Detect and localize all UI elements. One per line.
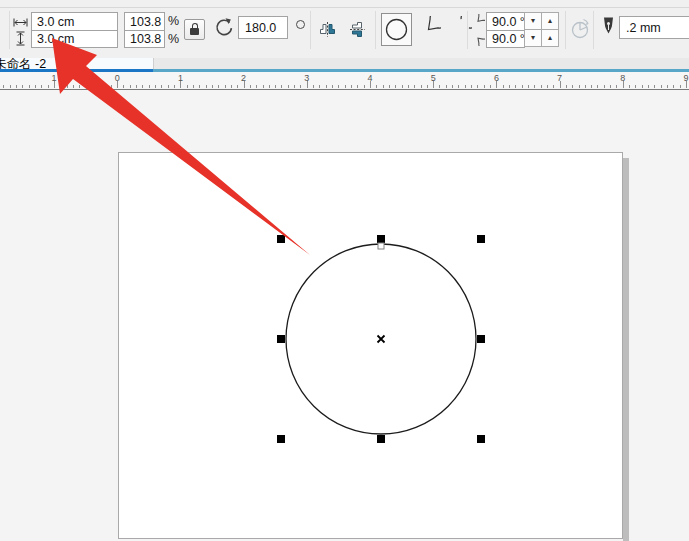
- pie-mode-button[interactable]: [414, 13, 442, 44]
- object-size-fields: [31, 12, 118, 48]
- document-page: [118, 152, 623, 539]
- spin-down-button[interactable]: ▾: [524, 29, 542, 47]
- ellipse-mode-button[interactable]: [381, 13, 412, 46]
- degree-symbol-icon: [296, 20, 305, 29]
- separator: [565, 11, 566, 49]
- separator: [593, 11, 594, 49]
- document-tab-bar: 未命名 -2: [0, 58, 689, 72]
- mirror-horizontal-icon: [318, 21, 337, 38]
- horizontal-ruler[interactable]: 10123456789: [0, 72, 689, 90]
- toolbar-top-border: [0, 7, 689, 8]
- document-tab[interactable]: 未命名 -2: [0, 58, 154, 69]
- percent-label: %: [168, 31, 182, 48]
- mirror-horizontal-button[interactable]: [315, 16, 339, 42]
- pie-end-angle-icon: [471, 31, 485, 46]
- object-height-input[interactable]: [32, 30, 117, 47]
- outline-width-pen-icon: [600, 14, 617, 42]
- rotation-icon: [212, 16, 236, 40]
- pie-end-angle-input[interactable]: [487, 30, 524, 47]
- object-height-icon: [16, 31, 25, 46]
- document-tab-title: 未命名 -2: [0, 58, 46, 69]
- spin-up-button[interactable]: ▴: [541, 12, 559, 30]
- scale-x-input[interactable]: [125, 13, 164, 30]
- arc-mode-button[interactable]: [445, 13, 473, 44]
- separator: [375, 11, 376, 49]
- spin-down-button[interactable]: ▾: [524, 12, 542, 30]
- property-bar: % %: [0, 0, 689, 58]
- rotation-angle-input[interactable]: [239, 17, 287, 38]
- pie-start-angle-input[interactable]: [487, 13, 524, 30]
- rotation-field: [238, 16, 288, 39]
- mirror-vertical-icon: [349, 20, 366, 39]
- page-shadow: [623, 158, 629, 541]
- scale-factor-fields: [124, 12, 165, 48]
- coreldraw-window: % %: [0, 0, 689, 541]
- percent-label: %: [168, 13, 182, 30]
- pie-angle-fields: [486, 12, 525, 48]
- lock-ratio-button[interactable]: [184, 19, 205, 40]
- pie-start-angle-icon: [471, 14, 485, 29]
- outline-width-field: [619, 16, 689, 39]
- ellipse-icon: [384, 17, 409, 42]
- lock-icon: [190, 28, 199, 35]
- spin-up-button[interactable]: ▴: [541, 29, 559, 47]
- change-direction-icon-disabled[interactable]: [569, 17, 593, 41]
- arc-icon: [447, 16, 472, 42]
- object-width-input[interactable]: [32, 13, 117, 30]
- scale-y-input[interactable]: [125, 30, 164, 47]
- separator: [9, 11, 10, 49]
- mirror-vertical-button[interactable]: [345, 16, 369, 42]
- drawing-workspace[interactable]: [0, 90, 689, 541]
- separator: [310, 11, 311, 49]
- object-width-icon: [13, 18, 28, 27]
- pie-icon: [416, 16, 441, 42]
- outline-width-input[interactable]: [620, 17, 689, 38]
